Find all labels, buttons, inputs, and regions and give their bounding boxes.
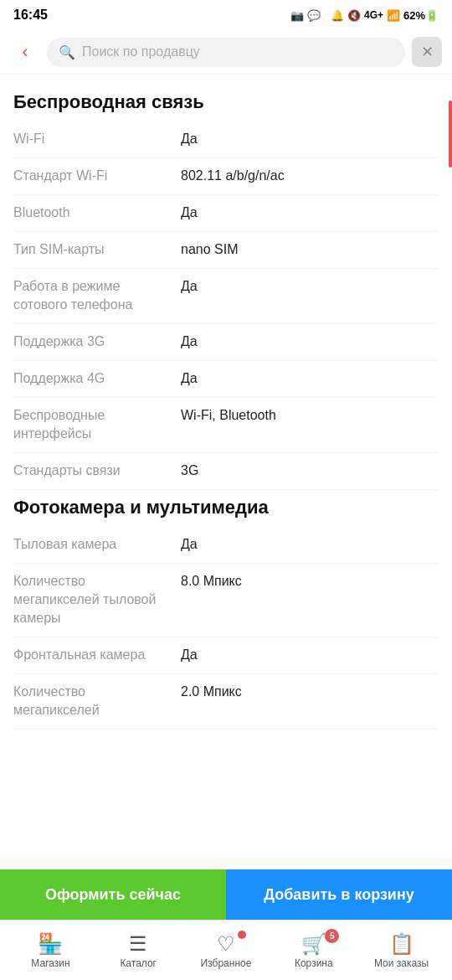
spec-value: 2.0 Мпикс — [181, 683, 439, 701]
spec-row: Беспроводные интерфейсыWi-Fi, Bluetooth — [13, 398, 439, 453]
search-icon: 🔍 — [59, 44, 75, 60]
spec-value: Да — [181, 130, 439, 148]
search-placeholder: Поиск по продавцу — [82, 44, 200, 59]
spec-label: Тип SIM-карты — [13, 240, 181, 259]
spec-row: Стандарты связи3G — [13, 453, 439, 490]
spec-label: Беспроводные интерфейсы — [13, 406, 181, 444]
battery-icon: 62%🔋 — [403, 9, 439, 22]
bottom-buttons: Оформить сейчас Добавить в корзину — [0, 869, 452, 920]
cart-button[interactable]: Добавить в корзину — [226, 869, 452, 920]
bottom-nav: 🏪Магазин☰Каталог♡Избранное5🛒Корзина📋Мои … — [0, 920, 452, 980]
nav-item-catalog[interactable]: ☰Каталог — [95, 932, 182, 969]
spec-row: Поддержка 4GДа — [13, 361, 439, 398]
clear-icon: ✕ — [421, 43, 434, 61]
spec-label: Wi-Fi — [13, 130, 181, 148]
badge-count: 5 — [325, 929, 339, 943]
spec-row: Тыловая камераДа — [13, 527, 439, 564]
status-time: 16:45 — [13, 8, 48, 23]
spec-label: Количество мегапикселей — [13, 683, 181, 720]
spec-row: Количество мегапикселей тыловой камеры8.… — [13, 564, 439, 637]
spec-label: Поддержка 4G — [13, 369, 181, 388]
favorites-icon: ♡ — [217, 932, 235, 956]
spec-value: 802.11 a/b/g/n/ac — [181, 167, 439, 185]
spec-row: Стандарт Wi-Fi802.11 a/b/g/n/ac — [13, 158, 439, 195]
status-icons: 📷 💬 🔔 🔇 4G+ 📶 62%🔋 — [290, 9, 439, 22]
camera-icon: 📷 — [290, 9, 304, 22]
spec-row: Фронтальная камераДа — [13, 637, 439, 674]
section-heading-wireless: Беспроводная связь — [13, 91, 439, 113]
search-box[interactable]: 🔍 Поиск по продавцу — [47, 38, 405, 67]
cart-icon: 🛒 — [301, 932, 326, 956]
spec-label: Количество мегапикселей тыловой камеры — [13, 572, 181, 628]
spec-label: Фронтальная камера — [13, 646, 181, 664]
spec-value: Да — [181, 277, 439, 296]
mute-icon: 🔇 — [347, 9, 361, 22]
spec-value: Да — [181, 535, 439, 554]
catalog-icon: ☰ — [129, 932, 147, 956]
whatsapp-icon: 💬 — [307, 9, 321, 22]
spec-value: Wi-Fi, Bluetooth — [181, 406, 439, 425]
clear-button[interactable]: ✕ — [412, 37, 442, 67]
nav-item-cart[interactable]: 5🛒Корзина — [270, 932, 357, 969]
status-bar: 16:45 📷 💬 🔔 🔇 4G+ 📶 62%🔋 — [0, 0, 452, 30]
section-heading-camera: Фотокамера и мультимедиа — [13, 497, 439, 518]
spec-row: Тип SIM-картыnano SIM — [13, 232, 439, 269]
spec-value: 8.0 Мпикс — [181, 572, 439, 591]
spec-row: Поддержка 3GДа — [13, 324, 439, 361]
spec-value: Да — [181, 646, 439, 664]
spec-value: 3G — [181, 462, 439, 480]
shop-label: Магазин — [31, 957, 69, 969]
spec-label: Тыловая камера — [13, 535, 181, 554]
signal-icon: 📶 — [387, 9, 400, 22]
nav-item-favorites[interactable]: ♡Избранное — [182, 932, 270, 969]
spec-value: Да — [181, 204, 439, 222]
orders-label: Мои заказы — [374, 957, 429, 969]
nav-item-shop[interactable]: 🏪Магазин — [7, 932, 95, 969]
spec-value: Да — [181, 369, 439, 388]
spec-value: Да — [181, 333, 439, 351]
network-icon: 4G+ — [364, 9, 383, 21]
badge-dot — [238, 931, 246, 939]
spec-value: nano SIM — [181, 240, 439, 259]
main-content: Беспроводная связьWi-FiДаСтандарт Wi-Fi8… — [0, 75, 452, 847]
favorites-label: Избранное — [201, 957, 252, 969]
spec-label: Работа в режиме сотового телефона — [13, 277, 181, 315]
spec-label: Bluetooth — [13, 204, 181, 222]
spec-label: Стандарт Wi-Fi — [13, 167, 181, 185]
spec-row: Количество мегапикселей2.0 Мпикс — [13, 674, 439, 730]
scroll-indicator — [449, 101, 452, 168]
spec-row: Wi-FiДа — [13, 121, 439, 158]
cart-label: Корзина — [295, 957, 333, 969]
shop-icon: 🏪 — [38, 932, 63, 956]
order-button[interactable]: Оформить сейчас — [0, 869, 226, 920]
nav-item-orders[interactable]: 📋Мои заказы — [357, 932, 445, 969]
back-button[interactable]: ‹ — [10, 37, 40, 67]
spec-label: Стандарты связи — [13, 462, 181, 480]
back-icon: ‹ — [22, 41, 28, 63]
header: ‹ 🔍 Поиск по продавцу ✕ — [0, 30, 452, 75]
notification-icon: 🔔 — [331, 9, 344, 22]
spec-row: Работа в режиме сотового телефонаДа — [13, 269, 439, 324]
catalog-label: Каталог — [120, 957, 157, 969]
spec-label: Поддержка 3G — [13, 333, 181, 351]
spec-row: BluetoothДа — [13, 195, 439, 232]
orders-icon: 📋 — [389, 932, 414, 956]
